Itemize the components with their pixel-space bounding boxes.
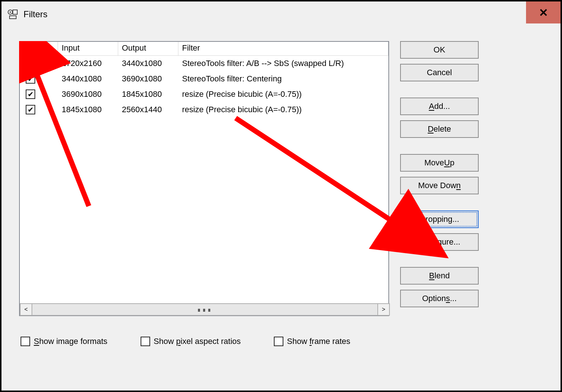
row-input: 3690x1080 <box>58 89 118 99</box>
show-frame-rates-checkbox[interactable]: Show frame rates <box>274 337 350 346</box>
filters-app-icon <box>7 8 18 20</box>
row-checkbox[interactable] <box>26 74 35 84</box>
scroll-left-button[interactable]: < <box>20 303 32 316</box>
svg-rect-2 <box>13 10 17 14</box>
row-filter: StereoTools filter: A/B --> SbS (swapped… <box>178 59 388 68</box>
move-down-button[interactable]: Move Down <box>400 177 479 194</box>
ok-button[interactable]: OK <box>400 41 479 59</box>
row-flag: [C] <box>37 59 58 68</box>
row-output: 3440x1080 <box>118 59 178 68</box>
horizontal-scrollbar[interactable]: < ∎∎∎ > <box>20 303 390 316</box>
show-pixel-aspect-ratios-checkbox[interactable]: Show pixel aspect ratios <box>141 337 241 346</box>
table-row[interactable]: 3440x10803690x1080StereoTools filter: Ce… <box>20 71 388 87</box>
table-row[interactable]: [C]1720x21603440x1080StereoTools filter:… <box>20 56 388 71</box>
row-filter: resize (Precise bicubic (A=-0.75)) <box>178 105 388 114</box>
filter-list[interactable]: Input Output Filter [C]1720x21603440x108… <box>19 41 389 316</box>
move-up-button[interactable]: Move Up <box>400 154 479 172</box>
row-output: 1845x1080 <box>118 89 178 99</box>
delete-button[interactable]: Delete <box>400 120 479 138</box>
row-checkbox[interactable] <box>26 59 35 68</box>
table-row[interactable]: 3690x10801845x1080resize (Precise bicubi… <box>20 87 388 102</box>
close-icon: ✕ <box>539 6 548 19</box>
options-button[interactable]: Options... <box>400 290 479 307</box>
row-checkbox[interactable] <box>26 105 35 114</box>
row-output: 3690x1080 <box>118 74 178 84</box>
configure-button[interactable]: Configure... <box>400 233 479 251</box>
row-checkbox[interactable] <box>26 89 35 99</box>
svg-point-1 <box>10 11 11 13</box>
table-row[interactable]: 1845x10802560x1440resize (Precise bicubi… <box>20 102 388 117</box>
blend-button[interactable]: Blend <box>400 267 479 285</box>
scroll-right-button[interactable]: > <box>377 303 390 316</box>
window-title: Filters <box>23 9 47 19</box>
column-header-input[interactable]: Input <box>58 42 118 56</box>
filter-list-header: Input Output Filter <box>20 42 388 56</box>
filters-dialog: Filters ✕ Input Output Filter [C]1720x21… <box>0 0 562 392</box>
add-button[interactable]: Add... <box>400 98 479 115</box>
row-input: 1845x1080 <box>58 105 118 114</box>
row-output: 2560x1440 <box>118 105 178 114</box>
cropping-button[interactable]: Cropping... <box>400 210 479 228</box>
row-filter: resize (Precise bicubic (A=-0.75)) <box>178 89 388 99</box>
button-sidebar: OK Cancel Add... Delete Move Up Move Dow… <box>400 41 479 307</box>
titlebar: Filters ✕ <box>1 1 561 27</box>
column-header-output[interactable]: Output <box>118 42 178 56</box>
svg-rect-3 <box>10 16 16 19</box>
cancel-button[interactable]: Cancel <box>400 64 479 81</box>
row-filter: StereoTools filter: Centering <box>178 74 388 84</box>
column-header-filter[interactable]: Filter <box>178 42 388 56</box>
scroll-track[interactable]: ∎∎∎ <box>32 303 377 316</box>
row-input: 1720x2160 <box>58 59 118 68</box>
show-image-formats-checkbox[interactable]: Show image formats <box>21 337 108 346</box>
row-input: 3440x1080 <box>58 74 118 84</box>
close-button[interactable]: ✕ <box>526 1 561 23</box>
